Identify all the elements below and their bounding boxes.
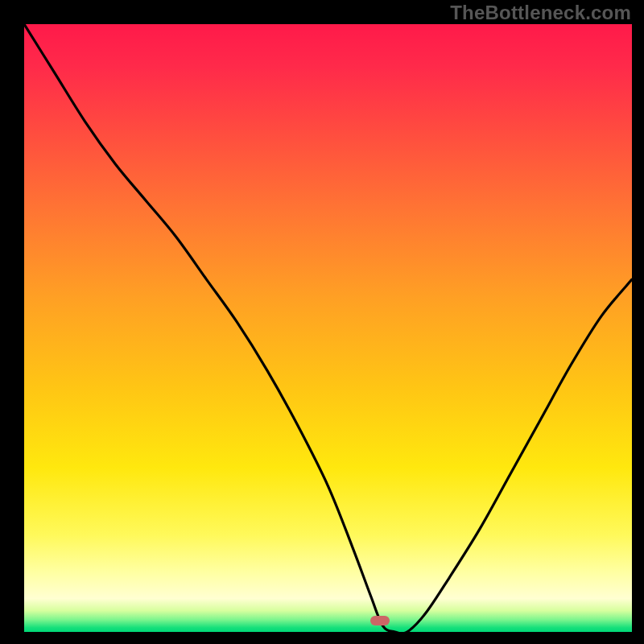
plot-area bbox=[24, 24, 632, 632]
bottleneck-curve bbox=[24, 24, 632, 632]
optimal-point-marker bbox=[370, 616, 390, 625]
watermark-text: TheBottleneck.com bbox=[450, 2, 631, 24]
chart-frame: TheBottleneck.com bbox=[0, 0, 644, 644]
